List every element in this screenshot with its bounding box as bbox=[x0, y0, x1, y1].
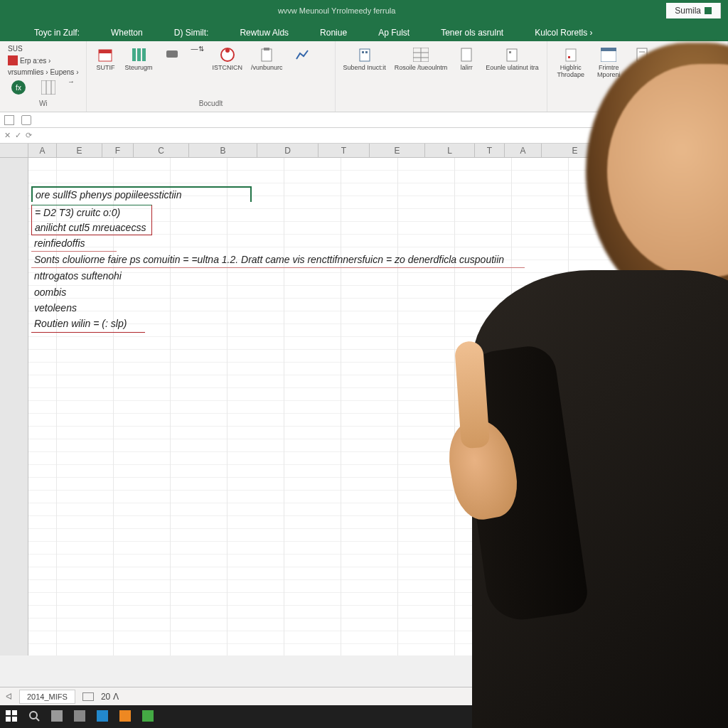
cell-r7[interactable]: oombis bbox=[31, 284, 88, 300]
ribbon-tab-6[interactable]: Tener ols asrulnt bbox=[435, 24, 509, 41]
refresh-icon[interactable]: ⟳ bbox=[26, 131, 32, 140]
col-header-1[interactable]: E bbox=[57, 144, 102, 157]
ribbon-btn-g3b[interactable]: Rosoile /tueoulntm bbox=[392, 44, 450, 74]
row-headers[interactable] bbox=[0, 158, 28, 655]
column-headers: AEFCBDTELTAE bbox=[0, 144, 728, 158]
title-tab-active[interactable]: Sumila bbox=[666, 3, 721, 18]
ribbon-item-erp[interactable]: Erp a:es › bbox=[6, 55, 80, 66]
title-bar: wvvw Meunoul Yrrolmeedy ferrula Sumila bbox=[0, 0, 728, 21]
ribbon-btn-globe[interactable]: ISTCNICN bbox=[210, 44, 245, 74]
ribbon-btn-g3c[interactable]: lalirr bbox=[454, 44, 479, 74]
col-header-3[interactable]: C bbox=[134, 144, 189, 157]
col-header-0[interactable]: A bbox=[28, 144, 57, 157]
cancel-icon[interactable]: ✕ bbox=[4, 131, 11, 140]
ribbon-btn-sutif[interactable]: SUTIF bbox=[92, 44, 118, 74]
svg-rect-14 bbox=[264, 48, 269, 50]
col-header-4[interactable]: B bbox=[189, 144, 257, 157]
taskbar-search-icon[interactable] bbox=[28, 710, 41, 723]
svg-rect-10 bbox=[166, 50, 178, 58]
formula-bar[interactable]: ✕ ✓ ⟳ bbox=[0, 128, 728, 144]
ribbon-btn-g4a[interactable]: Higblric Throdape bbox=[553, 44, 589, 81]
title-tabs: Sumila bbox=[666, 3, 721, 18]
taskbar-app1-icon[interactable] bbox=[51, 710, 64, 723]
taskbar-start-icon[interactable] bbox=[6, 710, 18, 723]
ribbon-btn-fx[interactable]: fx bbox=[6, 77, 31, 98]
ribbon-btn-g3a[interactable]: Subend Inuct:it bbox=[341, 44, 388, 74]
clipboard-icon bbox=[258, 46, 275, 63]
calendar-icon bbox=[97, 46, 114, 63]
namebox-icon2[interactable] bbox=[21, 115, 31, 125]
ribbon-tab-7[interactable]: Kulcol Roretls › bbox=[529, 24, 598, 41]
col-header-7[interactable]: E bbox=[370, 144, 425, 157]
ribbon-btn-g4b[interactable]: Frimtre Mporeni bbox=[593, 44, 625, 81]
ribbon-item-sus[interactable]: SUS bbox=[6, 44, 80, 53]
ribbon-tab-2[interactable]: D) Similt: bbox=[168, 24, 215, 41]
building-icon bbox=[356, 46, 373, 63]
svg-rect-42 bbox=[97, 710, 108, 722]
chart-icon bbox=[294, 46, 311, 63]
ribbon-btn-g3d[interactable]: Eounle ulatinut itra bbox=[483, 44, 541, 74]
group-label-1: Wi bbox=[6, 98, 80, 109]
ribbon-btn-g4e[interactable]: Ar bbox=[696, 44, 722, 74]
zoom-label[interactable]: 20 ᐱ bbox=[101, 692, 119, 702]
cell-r9[interactable]: Routien wilin = (: slp) bbox=[31, 316, 145, 332]
select-all-corner[interactable] bbox=[0, 144, 28, 157]
col-header-10[interactable]: A bbox=[505, 144, 542, 157]
ribbon-item-summ[interactable]: vrsummlies › Eupens › bbox=[6, 68, 80, 77]
svg-rect-29 bbox=[637, 48, 647, 61]
sheet-nav-prev[interactable]: ᐊ bbox=[6, 692, 12, 702]
cell-r6[interactable]: nttrogatos suftenohi bbox=[31, 268, 145, 284]
taskbar-app3-icon[interactable] bbox=[97, 710, 109, 723]
tab-icon bbox=[705, 7, 712, 14]
ribbon-btn-eraser[interactable] bbox=[159, 44, 185, 65]
col-header-8[interactable]: L bbox=[425, 144, 475, 157]
view-icon[interactable] bbox=[82, 692, 94, 701]
col-header-12[interactable] bbox=[609, 144, 651, 157]
columns-icon bbox=[130, 46, 147, 63]
ribbon-tab-0[interactable]: Toyc in Zulf: bbox=[28, 24, 85, 41]
spreadsheet-grid[interactable]: ore sullfS phenys popiileesstictiin = D2… bbox=[0, 158, 728, 655]
cell-r8[interactable]: vetoleens bbox=[31, 300, 95, 316]
col-header-5[interactable]: D bbox=[257, 144, 318, 157]
col-header-6[interactable]: T bbox=[318, 144, 370, 157]
ribbon-tab-4[interactable]: Roniue bbox=[314, 24, 353, 41]
svg-text:fx: fx bbox=[16, 84, 21, 92]
check-icon[interactable]: ✓ bbox=[15, 131, 21, 140]
ribbon-btn-col[interactable]: Steurugm bbox=[122, 44, 154, 74]
svg-rect-26 bbox=[568, 56, 570, 58]
namebox-icon[interactable] bbox=[4, 115, 14, 125]
cell-r4[interactable]: reinfiedoffis bbox=[31, 235, 117, 252]
ribbon-tabs: Toyc in Zulf: Whetton D) Similt: Rewtuw … bbox=[0, 21, 728, 41]
ribbon-btn-paste[interactable]: /vunbunurc bbox=[249, 44, 285, 74]
ribbon-btn-grid[interactable] bbox=[36, 77, 61, 98]
ribbon-tab-5[interactable]: Ap Fulst bbox=[373, 24, 415, 41]
taskbar-app2-icon[interactable] bbox=[74, 710, 87, 723]
ribbon-item-arrow[interactable]: → bbox=[65, 77, 77, 86]
col-header-9[interactable]: T bbox=[475, 144, 505, 157]
group-label-4a: Autk bbox=[611, 98, 625, 109]
cell-content: ore sullfS phenys popiileesstictiin = D2… bbox=[31, 186, 525, 333]
ribbon-tab-3[interactable]: Rewtuw Alds bbox=[234, 24, 294, 41]
svg-rect-2 bbox=[41, 80, 55, 95]
taskbar-app4-icon[interactable] bbox=[119, 710, 132, 723]
ribbon-btn-chart[interactable] bbox=[289, 44, 315, 65]
ribbon-tab-1[interactable]: Whetton bbox=[105, 24, 149, 41]
sheet-tab-active[interactable]: 2014_MIFS bbox=[19, 690, 75, 704]
cell-r1[interactable]: ore sullfS phenys popiileesstictiin bbox=[31, 186, 252, 202]
ribbon-btn-g4d[interactable]: Bronse Cirmbne bbox=[659, 44, 692, 81]
name-box-row bbox=[0, 112, 728, 128]
cell-r5[interactable]: Sonts clouliorne faire ps comuitin = =ul… bbox=[31, 252, 525, 268]
svg-rect-9 bbox=[142, 48, 146, 61]
ribbon-btn-g4c[interactable]: Spe Rocos bbox=[629, 44, 655, 81]
building3-icon bbox=[562, 46, 579, 63]
col-header-2[interactable]: F bbox=[102, 144, 134, 157]
col-header-11[interactable]: E bbox=[542, 144, 609, 157]
building2-icon bbox=[503, 46, 520, 63]
svg-rect-22 bbox=[461, 48, 471, 61]
svg-rect-13 bbox=[262, 49, 272, 61]
taskbar-app5-icon[interactable] bbox=[142, 710, 155, 723]
cell-r2-box[interactable]: = D2 T3) cruitc o:0) anilicht cutl5 mreu… bbox=[31, 205, 152, 235]
ribbon-item-dash[interactable]: —⇅ bbox=[189, 44, 206, 53]
svg-rect-40 bbox=[51, 710, 63, 722]
sheet-scroll-icon[interactable]: ▬ bbox=[714, 692, 722, 702]
